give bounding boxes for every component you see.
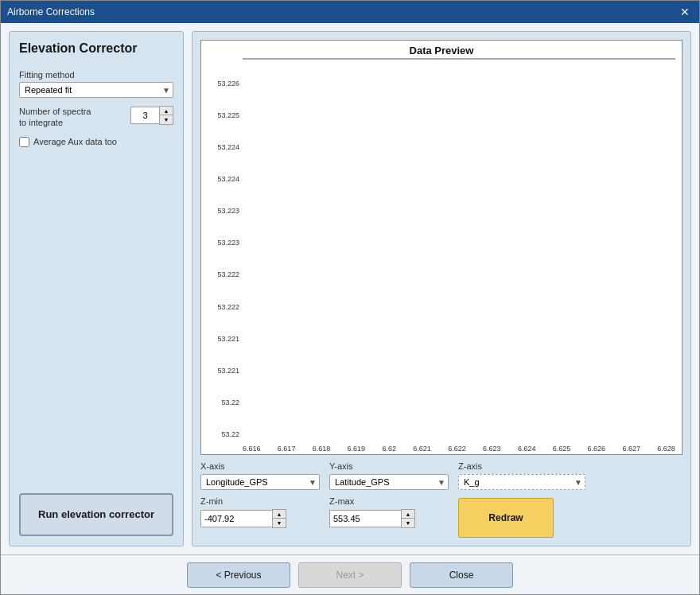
y-label-4: 53.223 [201,208,239,215]
redraw-button[interactable]: Redraw [458,498,554,538]
z-max-increment-button[interactable]: ▲ [402,510,414,519]
spectra-spinner: ▲ ▼ [130,106,173,125]
z-min-label: Z-min [200,496,320,506]
y-label-0: 53.226 [201,80,239,88]
spectra-label: Number of spectrato integrate [19,106,126,129]
chart-title: Data Preview [201,41,682,58]
z-max-wrapper: ▲ ▼ [329,509,449,528]
x-axis-select-wrapper: Longitude_GPS Latitude_GPS Time ▼ [200,474,320,490]
y-label-1: 53.225 [201,112,239,119]
x-label-0: 6.616 [243,445,261,453]
y-label-6: 53.222 [201,271,239,278]
chart-area: Data Preview 53.226 53.225 53.224 53.224… [200,40,682,455]
y-axis-label: Y-axis [329,461,449,471]
z-min-input[interactable] [200,510,272,527]
main-content: Elevation Corrector Fitting method Repea… [1,23,699,554]
z-max-label: Z-max [329,496,449,506]
avg-aux-checkbox[interactable] [19,137,29,147]
z-max-decrement-button[interactable]: ▼ [402,519,414,527]
y-axis-select[interactable]: Latitude_GPS Longitude_GPS Time [329,474,449,490]
run-elevation-corrector-button[interactable]: Run elevation corrector [19,493,173,536]
avg-aux-group: Average Aux data too [19,137,173,147]
y-label-9: 53.221 [201,368,239,375]
avg-aux-label: Average Aux data too [33,137,117,146]
z-min-wrapper: ▲ ▼ [200,509,320,528]
bottom-bar: < Previous Next > Close [1,554,699,594]
close-dialog-button[interactable]: Close [410,562,513,588]
x-label-1: 6.617 [278,445,296,453]
spectra-decrement-button[interactable]: ▼ [160,115,173,124]
fitting-method-group: Fitting method Repeated fit Single fit N… [19,70,173,98]
fitting-method-select[interactable]: Repeated fit Single fit None [19,82,173,98]
x-label-4: 6.62 [382,445,396,453]
x-label-6: 6.622 [448,445,466,453]
z-axis-group: Z-axis K_g U_g Th_g ▼ Redraw [458,461,585,538]
title-bar: Airborne Corrections ✕ [1,1,699,23]
y-label-8: 53.221 [201,336,239,343]
z-axis-select-wrapper: K_g U_g Th_g ▼ [458,474,585,490]
z-min-spinner-buttons: ▲ ▼ [272,509,286,528]
panel-heading: Elevation Corrector [19,41,173,56]
x-label-11: 6.627 [622,445,640,453]
x-label-12: 6.628 [657,445,675,453]
y-axis: 53.226 53.225 53.224 53.224 53.223 53.22… [201,80,243,438]
right-panel: Data Preview 53.226 53.225 53.224 53.224… [192,31,691,546]
x-axis-label: X-axis [200,461,320,471]
fitting-method-select-wrapper: Repeated fit Single fit None ▼ [19,82,173,98]
spectra-spinner-buttons: ▲ ▼ [159,106,173,125]
chart-content [243,58,675,60]
z-min-increment-button[interactable]: ▲ [273,510,286,519]
x-axis-group: X-axis Longitude_GPS Latitude_GPS Time ▼… [200,461,320,538]
x-label-10: 6.626 [588,445,606,453]
y-label-5: 53.223 [201,239,239,247]
main-window: Airborne Corrections ✕ Elevation Correct… [0,0,700,595]
spectra-group: Number of spectrato integrate ▲ ▼ [19,106,173,129]
z-max-spinner-buttons: ▲ ▼ [401,509,415,528]
window-close-button[interactable]: ✕ [677,4,693,20]
y-label-11: 53.22 [201,431,239,438]
z-max-input[interactable] [329,510,401,527]
x-axis-select[interactable]: Longitude_GPS Latitude_GPS Time [200,474,320,490]
x-label-7: 6.623 [483,445,501,453]
chart-inner: Data Preview 53.226 53.225 53.224 53.224… [201,41,682,454]
next-button[interactable]: Next > [298,562,402,588]
y-label-10: 53.22 [201,399,239,406]
x-label-9: 6.625 [553,445,571,453]
previous-button[interactable]: < Previous [187,562,290,588]
y-axis-group: Y-axis Latitude_GPS Longitude_GPS Time ▼… [329,461,449,538]
x-axis: 6.616 6.617 6.618 6.619 6.62 6.621 6.622… [243,445,675,453]
y-label-7: 53.222 [201,304,239,311]
spectra-increment-button[interactable]: ▲ [160,107,173,115]
left-panel: Elevation Corrector Fitting method Repea… [9,31,184,546]
fitting-method-label: Fitting method [19,70,173,80]
x-label-5: 6.621 [413,445,431,453]
svg-rect-0 [243,59,675,60]
y-label-2: 53.224 [201,144,239,151]
x-label-8: 6.624 [518,445,536,453]
window-title: Airborne Corrections [7,6,95,18]
y-axis-select-wrapper: Latitude_GPS Longitude_GPS Time ▼ [329,474,449,490]
z-min-decrement-button[interactable]: ▼ [273,519,286,527]
x-label-3: 6.619 [348,445,366,453]
spectra-input[interactable] [130,107,159,124]
data-visualization [243,59,675,60]
z-axis-label: Z-axis [458,461,585,471]
controls-row: X-axis Longitude_GPS Latitude_GPS Time ▼… [200,461,682,538]
y-label-3: 53.224 [201,176,239,183]
x-label-2: 6.618 [313,445,331,453]
z-axis-select[interactable]: K_g U_g Th_g [458,474,585,490]
